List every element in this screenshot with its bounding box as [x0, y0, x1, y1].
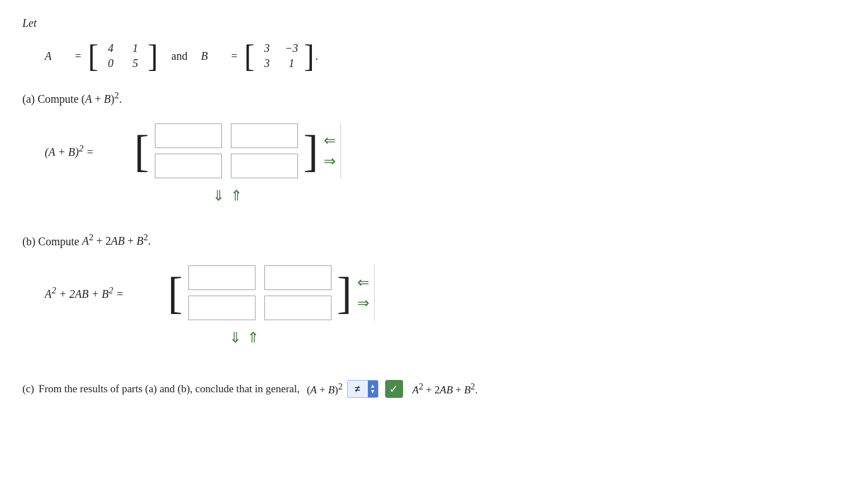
matrix-definitions: A = [ 4 1 0 5 ] and B = [ 3 −3 3 1 ] — [45, 40, 805, 72]
part-b-vertical-arrows: ⇓ ⇑ — [229, 329, 805, 346]
part-b-input-00[interactable] — [188, 265, 255, 290]
part-b-arrow-left[interactable]: ⇐ — [357, 274, 370, 291]
part-b-cell-00[interactable] — [188, 265, 255, 290]
part-a-expression: (A + B)2. — [82, 93, 122, 105]
part-b-down-arrow-icon: ⇓ — [229, 329, 241, 346]
select-spinner[interactable]: ▲ ▼ — [368, 381, 378, 397]
part-a-arrow-left[interactable]: ⇐ — [324, 132, 336, 149]
part-b-input-01[interactable] — [264, 265, 331, 290]
part-b-divider — [374, 265, 375, 321]
part-b-cell-11[interactable] — [264, 296, 331, 320]
matrix-b-bracket: [ 3 −3 3 1 ] — [244, 40, 314, 72]
part-a-input-11[interactable] — [231, 154, 298, 178]
part-a-description: Compute — [37, 93, 81, 105]
let-text: Let — [22, 17, 37, 29]
part-b-section: (b) Compute A2 + 2AB + B2. A2 + 2AB + B2… — [22, 232, 805, 347]
part-b-grid — [183, 261, 337, 325]
part-b-up-arrow-icon: ⇑ — [247, 329, 259, 346]
part-b-left-arrow-icon: ⇐ — [357, 274, 370, 291]
part-a-input-01[interactable] — [231, 123, 298, 148]
check-button[interactable]: ✓ — [385, 380, 403, 398]
check-icon: ✓ — [389, 382, 399, 396]
part-c-text-before: From the results of parts (a) and (b), c… — [39, 383, 300, 395]
part-a-section: (a) Compute (A + B)2. (A + B)2 = [ — [22, 90, 805, 205]
matrix-b-right-bracket: ] — [304, 40, 314, 72]
matrix-a-inner: 4 1 0 5 — [98, 40, 148, 72]
part-b-input-10[interactable] — [188, 296, 255, 320]
part-a-cell-00[interactable] — [155, 123, 222, 148]
matrix-a-bracket: [ 4 1 0 5 ] — [88, 40, 158, 72]
intro-let: Let — [22, 17, 805, 30]
part-a-down-arrow-icon: ⇓ — [212, 187, 225, 204]
select-arrow-down-icon[interactable]: ▼ — [370, 389, 376, 394]
part-b-bracket-area: [ ] — [168, 261, 375, 325]
part-a-input-00[interactable] — [155, 123, 222, 148]
part-c-section: (c) From the results of parts (a) and (b… — [22, 380, 805, 398]
part-b-answer-row: A2 + 2AB + B2 = [ — [45, 261, 805, 325]
inequality-select-wrapper[interactable]: ≠ = ▲ ▼ — [347, 380, 378, 398]
matrix-b-10: 3 — [259, 57, 274, 70]
part-b-expression: A2 + 2AB + B2. — [82, 235, 151, 247]
part-b-title: (b) Compute A2 + 2AB + B2. — [22, 232, 805, 248]
part-a-up-arrow-icon: ⇑ — [230, 187, 243, 204]
part-a-answer-row: (A + B)2 = [ — [45, 119, 805, 183]
part-b-input-11[interactable] — [264, 296, 331, 320]
part-b-answer-label: A2 + 2AB + B2 = — [45, 285, 168, 301]
matrix-a-00: 4 — [103, 42, 119, 55]
part-a-left-arrow-icon: ⇐ — [324, 132, 336, 149]
part-a-cell-10[interactable] — [155, 154, 222, 178]
matrix-a-11: 5 — [127, 57, 143, 70]
matrix-a-label: A — [45, 50, 61, 63]
part-a-arrow-up[interactable]: ⇑ — [230, 187, 243, 205]
matrix-b-left-bracket: [ — [244, 40, 255, 72]
matrix-a-01: 1 — [127, 42, 143, 55]
part-a-arrow-right[interactable]: ⇒ — [324, 153, 336, 170]
part-b-cell-10[interactable] — [188, 296, 255, 320]
part-a-title: (a) Compute (A + B)2. — [22, 90, 805, 106]
matrix-b-11: 1 — [283, 57, 299, 70]
matrix-a-left-bracket: [ — [88, 40, 98, 72]
part-a-right-arrow-icon: ⇒ — [324, 153, 336, 170]
part-b-left-bracket: [ — [168, 270, 183, 315]
matrix-a-10: 0 — [103, 57, 119, 70]
part-a-arrow-down[interactable]: ⇓ — [212, 187, 225, 205]
page-content: Let A = [ 4 1 0 5 ] and B = [ 3 −3 3 1 — [22, 17, 805, 398]
part-a-label: (a) — [22, 93, 37, 105]
part-a-arrow-controls: ⇐ ⇒ — [324, 132, 336, 170]
part-a-answer-label: (A + B)2 = — [45, 143, 134, 159]
part-b-label: (b) — [22, 235, 38, 247]
matrix-b-equals: = — [231, 50, 237, 63]
matrix-b-label: B — [201, 50, 217, 63]
part-b-arrow-controls: ⇐ ⇒ — [357, 274, 370, 312]
and-text: and — [172, 50, 188, 63]
part-b-arrow-down[interactable]: ⇓ — [229, 329, 241, 346]
inequality-select[interactable]: ≠ = — [348, 382, 368, 396]
part-b-right-bracket: ] — [337, 270, 352, 315]
period-1: . — [315, 50, 318, 63]
part-b-cell-01[interactable] — [264, 265, 331, 290]
part-c-expr-right: A2 + 2AB + B2. — [410, 382, 478, 396]
part-a-divider — [340, 123, 341, 179]
part-a-cell-11[interactable] — [231, 154, 298, 178]
part-a-vertical-arrows: ⇓ ⇑ — [212, 187, 805, 205]
part-a-input-10[interactable] — [155, 154, 222, 178]
matrix-a-right-bracket: ] — [148, 40, 158, 72]
matrix-b-inner: 3 −3 3 1 — [254, 40, 304, 72]
matrix-a-equals: = — [75, 50, 81, 63]
part-a-bracket-area: [ ] — [134, 119, 341, 183]
part-a-cell-01[interactable] — [231, 123, 298, 148]
part-b-arrow-right[interactable]: ⇒ — [357, 294, 370, 312]
part-c-label: (c) — [22, 383, 34, 395]
part-c-expr-left: (A + B)2 — [304, 382, 343, 396]
part-b-description: Compute — [38, 235, 82, 247]
part-a-right-bracket: ] — [304, 129, 319, 173]
matrix-b-00: 3 — [259, 42, 274, 55]
matrix-b-01: −3 — [283, 42, 299, 55]
part-b-arrow-up[interactable]: ⇑ — [247, 329, 259, 346]
part-b-right-arrow-icon: ⇒ — [357, 294, 370, 312]
part-a-grid — [149, 119, 304, 183]
part-a-left-bracket: [ — [134, 129, 149, 173]
